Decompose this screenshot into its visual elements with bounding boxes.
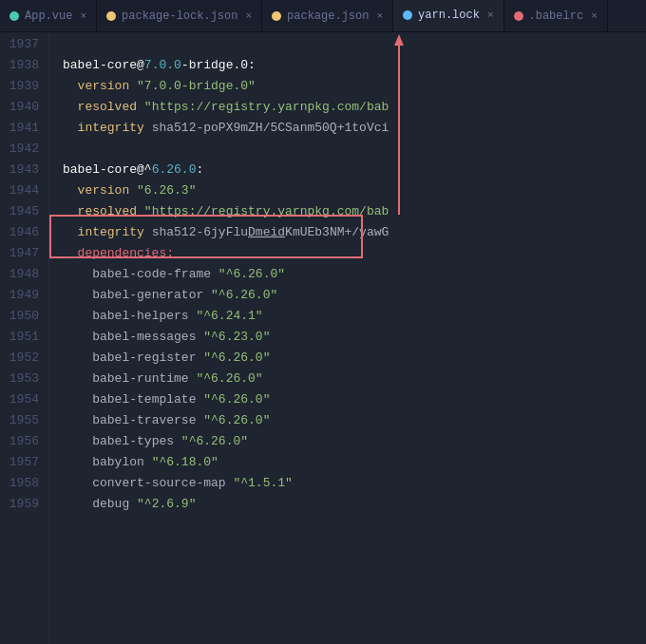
line-num: 1937 <box>0 34 39 55</box>
code-line-1939: version "7.0.0-bridge.0" <box>63 76 646 97</box>
tab-label: yarn.lock <box>418 9 480 22</box>
tab-yarn-lock[interactable]: yarn.lock × <box>393 0 504 31</box>
line-num: 1947 <box>0 243 39 264</box>
line-num: 1952 <box>0 348 39 369</box>
code-line-1951: babel-messages "^6.23.0" <box>63 327 646 348</box>
line-num: 1940 <box>0 97 39 118</box>
line-num: 1941 <box>0 118 39 139</box>
code-line-1945: resolved "https://registry.yarnpkg.com/b… <box>63 201 646 222</box>
vue-icon <box>10 11 19 21</box>
lock-icon <box>403 10 412 20</box>
line-num: 1948 <box>0 264 39 285</box>
code-line-1937 <box>63 34 646 55</box>
code-line-1948: babel-code-frame "^6.26.0" <box>63 264 646 285</box>
tab-close-babelrc[interactable]: × <box>591 10 598 22</box>
tab-label: .babelrc <box>529 9 584 23</box>
tab-close-app-vue[interactable]: × <box>80 10 86 22</box>
line-num: 1956 <box>0 431 39 452</box>
line-num: 1959 <box>0 494 39 515</box>
line-num: 1958 <box>0 473 39 494</box>
json-icon <box>272 11 281 21</box>
line-num: 1944 <box>0 180 39 201</box>
line-numbers: 1937 1938 1939 1940 1941 1942 1943 1944 … <box>0 32 49 644</box>
line-num: 1942 <box>0 139 39 160</box>
code-line-1950: babel-helpers "^6.24.1" <box>63 306 646 327</box>
line-num: 1954 <box>0 389 39 410</box>
code-line-1954: babel-template "^6.26.0" <box>63 389 646 410</box>
code-line-1952: babel-register "^6.26.0" <box>63 348 646 369</box>
tab-label: package.json <box>287 9 369 23</box>
code-line-1941: integrity sha512-poPX9mZH/5CSanm50Q+1toV… <box>63 118 646 139</box>
line-num: 1939 <box>0 76 39 97</box>
line-num: 1951 <box>0 327 39 348</box>
line-num: 1949 <box>0 285 39 306</box>
line-num: 1957 <box>0 452 39 473</box>
code-content: babel-core@7.0.0-bridge.0: version "7.0.… <box>49 32 646 644</box>
tab-package-json[interactable]: package.json × <box>262 0 393 31</box>
code-line-1957: babylon "^6.18.0" <box>63 452 646 473</box>
tab-package-lock[interactable]: package-lock.json × <box>97 0 262 31</box>
code-line-1959: debug "^2.6.9" <box>63 494 646 515</box>
json-icon <box>106 11 116 21</box>
line-num: 1955 <box>0 410 39 431</box>
line-num: 1938 <box>0 55 39 76</box>
line-num: 1945 <box>0 201 39 222</box>
tab-app-vue[interactable]: App.vue × <box>0 0 97 31</box>
tab-close-package-lock[interactable]: × <box>245 10 252 22</box>
tab-close-yarn-lock[interactable]: × <box>487 9 494 21</box>
line-num: 1950 <box>0 306 39 327</box>
tab-bar: App.vue × package-lock.json × package.js… <box>0 0 646 32</box>
code-line-1956: babel-types "^6.26.0" <box>63 431 646 452</box>
tab-label: App.vue <box>25 9 72 23</box>
code-line-1955: babel-traverse "^6.26.0" <box>63 410 646 431</box>
tab-babelrc[interactable]: .babelrc × <box>504 0 608 31</box>
code-line-1938: babel-core@7.0.0-bridge.0: <box>63 55 646 76</box>
tab-close-package-json[interactable]: × <box>376 10 383 22</box>
code-line-1943: babel-core@^6.26.0: <box>63 160 646 180</box>
editor-root: App.vue × package-lock.json × package.js… <box>0 0 646 644</box>
code-area: 1937 1938 1939 1940 1941 1942 1943 1944 … <box>0 32 646 644</box>
code-line-1946: integrity sha512-6jyFluDmeidKmUEb3NM+/ya… <box>63 222 646 243</box>
code-line-1942 <box>63 139 646 160</box>
code-line-1949: babel-generator "^6.26.0" <box>63 285 646 306</box>
code-line-1953: babel-runtime "^6.26.0" <box>63 369 646 389</box>
code-line-1958: convert-source-map "^1.5.1" <box>63 473 646 494</box>
tab-label: package-lock.json <box>122 9 238 23</box>
code-line-1940: resolved "https://registry.yarnpkg.com/b… <box>63 97 646 118</box>
line-num: 1953 <box>0 369 39 389</box>
line-num: 1946 <box>0 222 39 243</box>
line-num: 1943 <box>0 160 39 180</box>
babel-icon <box>514 11 523 21</box>
code-line-1944: version "6.26.3" <box>63 180 646 201</box>
code-line-1947: dependencies: <box>63 243 646 264</box>
